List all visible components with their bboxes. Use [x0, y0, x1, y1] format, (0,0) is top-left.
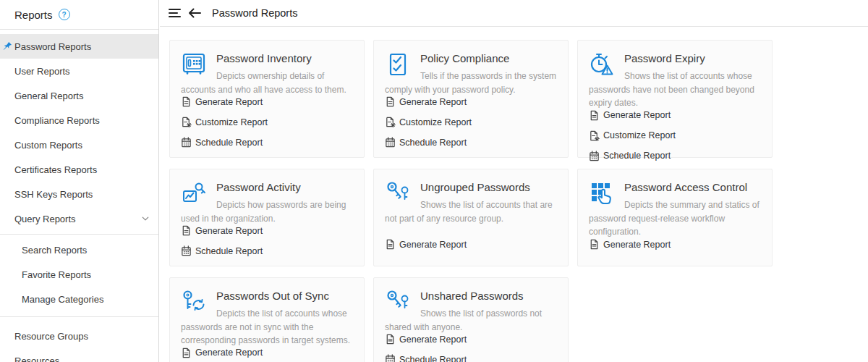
action-label: Customize Report: [603, 130, 676, 140]
generate-report-link[interactable]: Generate Report: [385, 96, 467, 107]
schedule-report-icon: [181, 137, 192, 148]
generate-report-link[interactable]: Generate Report: [181, 225, 263, 236]
menu-icon[interactable]: [169, 9, 181, 17]
key-sync-icon: [181, 289, 207, 315]
keys-icon: [385, 180, 411, 206]
schedule-report-link[interactable]: Schedule Report: [385, 354, 467, 362]
generate-report-link[interactable]: Generate Report: [181, 96, 263, 107]
sidebar-item-label: General Reports: [14, 90, 83, 101]
card-actions: Generate Report Customize Report Schedul…: [181, 96, 353, 148]
sidebar-item-label: Favorite Reports: [22, 269, 91, 280]
customize-report-link[interactable]: Customize Report: [589, 130, 676, 141]
sidebar-divider: [0, 316, 158, 317]
action-label: Generate Report: [195, 97, 263, 107]
sidebar-item-label: Query Reports: [14, 214, 76, 224]
action-label: Generate Report: [399, 240, 467, 250]
sidebar-item-manage-categories[interactable]: Manage Categories: [0, 287, 158, 311]
activity-key-icon: [181, 180, 207, 206]
report-card: Password Activity Depicts how passwords …: [169, 169, 365, 266]
schedule-report-icon: [589, 151, 600, 161]
page-title: Password Reports: [212, 7, 297, 19]
generate-report-icon: [181, 348, 192, 358]
card-actions: Generate Report: [589, 239, 761, 250]
report-card: Password Expiry Shows the list of accoun…: [577, 40, 773, 158]
sidebar-header: Reports ?: [0, 0, 158, 30]
card-text: Password Expiry Shows the list of accoun…: [589, 51, 761, 110]
generate-report-link[interactable]: Generate Report: [385, 334, 467, 345]
sidebar-item-favorite-reports[interactable]: Favorite Reports: [0, 262, 158, 287]
action-label: Generate Report: [399, 97, 467, 107]
card-actions: Generate Report Schedule Report: [181, 348, 353, 362]
generate-report-link[interactable]: Generate Report: [181, 348, 263, 358]
help-circle-icon[interactable]: ?: [59, 9, 70, 20]
generate-report-icon: [181, 96, 192, 107]
sidebar-item-search-reports[interactable]: Search Reports: [0, 237, 158, 262]
sidebar-item-label: Compliance Reports: [14, 115, 100, 126]
schedule-report-icon: [181, 245, 192, 256]
action-label: Generate Report: [603, 240, 671, 250]
action-label: Generate Report: [195, 348, 263, 358]
chevron-down-icon: [141, 214, 150, 225]
sidebar-item-compliance-reports[interactable]: Compliance Reports: [0, 108, 158, 132]
action-label: Schedule Report: [603, 151, 671, 161]
action-label: Generate Report: [603, 110, 671, 120]
main-header: Password Reports: [160, 0, 868, 27]
sidebar-nav: Password Reports User Reports General Re…: [0, 30, 158, 362]
generate-report-link[interactable]: Generate Report: [589, 239, 671, 250]
reports-page: Reports ? Password Reports User Reports …: [0, 0, 868, 362]
card-actions: Generate Report Customize Report Schedul…: [385, 96, 557, 148]
sidebar-item-resource-groups[interactable]: Resource Groups: [0, 324, 158, 348]
schedule-report-link[interactable]: Schedule Report: [589, 151, 671, 161]
action-label: Customize Report: [195, 117, 268, 127]
sidebar-item-user-reports[interactable]: User Reports: [0, 59, 158, 83]
generate-report-link[interactable]: Generate Report: [385, 239, 467, 250]
sidebar-item-query-reports[interactable]: Query Reports: [0, 206, 158, 231]
policy-checklist-icon: [385, 51, 411, 77]
card-actions: Generate Report Customize Report Schedul…: [589, 110, 761, 161]
back-arrow-icon[interactable]: [187, 7, 202, 19]
schedule-report-link[interactable]: Schedule Report: [385, 137, 467, 148]
customize-report-link[interactable]: Customize Report: [181, 117, 268, 127]
customize-report-icon: [385, 117, 396, 127]
sidebar-item-resources[interactable]: Resources: [0, 348, 158, 362]
expiry-clock-icon: [589, 51, 615, 77]
sidebar-item-label: Certificates Reports: [14, 164, 97, 175]
card-text: Password Access Control Depicts the summ…: [589, 180, 761, 239]
sidebar-item-certificates-reports[interactable]: Certificates Reports: [0, 157, 158, 182]
sidebar-item-general-reports[interactable]: General Reports: [0, 83, 158, 108]
action-label: Generate Report: [195, 226, 263, 236]
sidebar-item-ssh-keys-reports[interactable]: SSH Keys Reports: [0, 182, 158, 206]
card-text: Passwords Out of Sync Depicts the list o…: [181, 288, 353, 348]
pin-icon: [3, 41, 12, 53]
card-text: Ungrouped Passwords Shows the list of ac…: [385, 180, 557, 239]
sidebar-item-custom-reports[interactable]: Custom Reports: [0, 132, 158, 157]
report-card: Password Access Control Depicts the summ…: [577, 169, 773, 266]
report-card: Ungrouped Passwords Shows the list of ac…: [373, 169, 569, 266]
keys-icon: [385, 289, 411, 315]
action-label: Generate Report: [399, 334, 467, 345]
schedule-report-icon: [385, 354, 396, 362]
report-card: Passwords Out of Sync Depicts the list o…: [169, 277, 365, 362]
card-actions: Generate Report Schedule Report: [181, 225, 353, 256]
access-control-icon: [589, 180, 615, 206]
sidebar-item-label: Password Reports: [14, 41, 91, 52]
generate-report-icon: [385, 96, 396, 107]
customize-report-icon: [181, 117, 192, 127]
sidebar-item-label: Resources: [14, 355, 59, 362]
schedule-report-icon: [385, 137, 396, 148]
schedule-report-link[interactable]: Schedule Report: [181, 137, 263, 148]
card-text: Policy Compliance Tells if the passwords…: [385, 51, 557, 96]
reports-sidebar: Reports ? Password Reports User Reports …: [0, 0, 159, 362]
generate-report-link[interactable]: Generate Report: [589, 110, 671, 121]
generate-report-icon: [589, 239, 600, 250]
generate-report-icon: [589, 110, 600, 121]
report-card: Unshared Passwords Shows the list of pas…: [373, 277, 569, 362]
sidebar-item-password-reports[interactable]: Password Reports: [0, 34, 158, 59]
main-panel: Password Reports Password Inventory Depi…: [160, 0, 868, 362]
safe-icon: [181, 51, 207, 77]
customize-report-link[interactable]: Customize Report: [385, 117, 472, 127]
customize-report-icon: [589, 130, 600, 141]
card-text: Password Inventory Depicts ownership det…: [181, 51, 353, 96]
schedule-report-link[interactable]: Schedule Report: [181, 245, 263, 256]
sidebar-item-label: User Reports: [14, 66, 70, 77]
